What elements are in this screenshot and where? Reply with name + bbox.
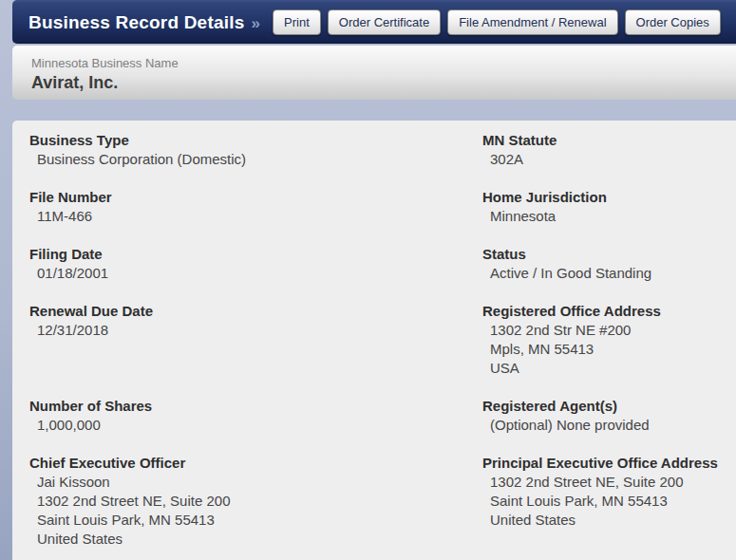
field-renewal-due-date: Renewal Due Date12/31/2018 (29, 301, 482, 396)
field-registered-office-address: Registered Office Address1302 2nd Str NE… (482, 301, 736, 396)
field-value: 01/18/2001 (29, 264, 482, 283)
field-number-of-shares: Number of Shares1,000,000 (29, 396, 482, 453)
field-value: Jai Kissoon (29, 473, 482, 492)
field-value: Business Corporation (Domestic) (29, 150, 482, 169)
field-value: United States (29, 530, 482, 549)
field-registered-agent-s: Registered Agent(s)(Optional) None provi… (482, 396, 736, 453)
field-label: Registered Agent(s) (482, 396, 736, 416)
field-label: Home Jurisdiction (482, 187, 736, 207)
order-copies-button[interactable]: Order Copies (625, 9, 721, 35)
title-arrow-icon: » (251, 14, 260, 32)
field-filing-date: Filing Date01/18/2001 (29, 244, 482, 301)
details-panel: Business TypeBusiness Corporation (Domes… (12, 121, 736, 560)
field-value: USA (482, 359, 736, 378)
field-value: Saint Louis Park, MN 55413 (482, 492, 736, 511)
field-principal-executive-office-address: Principal Executive Office Address1302 2… (482, 453, 736, 549)
field-business-type: Business TypeBusiness Corporation (Domes… (29, 130, 482, 187)
field-value: 12/31/2018 (29, 321, 482, 340)
title-bar: Business Record Details» PrintOrder Cert… (12, 0, 736, 44)
business-name-label: Minnesota Business Name (31, 56, 736, 70)
field-chief-executive-officer: Chief Executive OfficerJai Kissoon1302 2… (29, 453, 482, 549)
field-label: MN Statute (482, 130, 736, 150)
field-value: Saint Louis Park, MN 55413 (29, 511, 482, 530)
header-buttons: PrintOrder CertificateFile Amendment / R… (273, 9, 721, 35)
field-value: 1302 2nd Street NE, Suite 200 (29, 492, 482, 511)
field-value: United States (482, 511, 736, 530)
business-name-value: Avirat, Inc. (31, 73, 736, 93)
page-title: Business Record Details» (28, 12, 260, 33)
field-label: Renewal Due Date (29, 301, 482, 321)
order-certificate-button[interactable]: Order Certificate (328, 9, 441, 35)
field-label: File Number (29, 187, 482, 207)
field-label: Number of Shares (29, 396, 482, 416)
field-value: 1,000,000 (29, 416, 482, 435)
field-value: 1302 2nd Str NE #200 (482, 321, 736, 340)
field-value: 1302 2nd Street NE, Suite 200 (482, 473, 736, 492)
field-value: (Optional) None provided (482, 416, 736, 435)
field-label: Business Type (29, 130, 482, 150)
field-mn-statute: MN Statute302A (482, 130, 736, 187)
field-value: Minnesota (482, 207, 736, 226)
field-label: Status (482, 244, 736, 264)
page: Business Record Details» PrintOrder Cert… (12, 0, 736, 560)
field-value: Active / In Good Standing (482, 264, 736, 283)
print-button[interactable]: Print (273, 9, 321, 35)
business-name-panel: Minnesota Business Name Avirat, Inc. (12, 46, 736, 100)
field-label: Chief Executive Officer (29, 453, 482, 473)
field-label: Principal Executive Office Address (482, 453, 736, 473)
field-value: 302A (482, 150, 736, 169)
field-status: StatusActive / In Good Standing (482, 244, 736, 301)
file-amendment-renewal-button[interactable]: File Amendment / Renewal (447, 9, 617, 35)
field-label: Filing Date (29, 244, 482, 264)
field-label: Registered Office Address (482, 301, 736, 321)
details-grid: Business TypeBusiness Corporation (Domes… (29, 130, 736, 549)
field-file-number: File Number11M-466 (29, 187, 482, 244)
field-value: Mpls, MN 55413 (482, 340, 736, 359)
field-value: 11M-466 (29, 207, 482, 226)
field-home-jurisdiction: Home JurisdictionMinnesota (482, 187, 736, 244)
